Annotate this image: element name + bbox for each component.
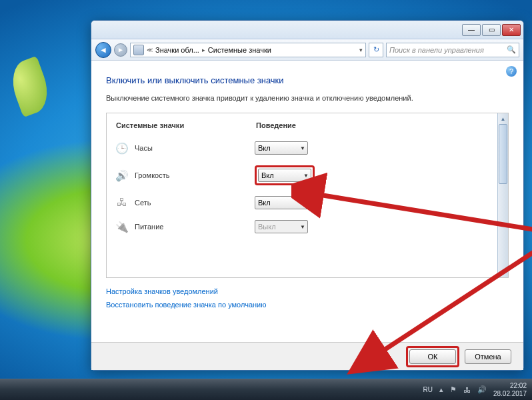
- close-button[interactable]: ✕: [502, 24, 521, 36]
- combo-volume[interactable]: Вкл ▼: [258, 169, 311, 182]
- volume-icon[interactable]: 🔊: [477, 385, 487, 394]
- header-behavior: Поведение: [256, 121, 296, 129]
- ok-button[interactable]: ОК: [409, 349, 456, 364]
- header-systemicons: Системные значки: [116, 121, 256, 129]
- page-description: Выключение системного значка приводит к …: [106, 93, 509, 103]
- network-icon: 🖧: [116, 197, 128, 209]
- highlight-volume: Вкл ▼: [255, 165, 315, 185]
- scrollbar[interactable]: ▲ ▼: [497, 113, 508, 277]
- volume-icon: 🔊: [116, 169, 128, 181]
- minimize-button[interactable]: —: [462, 24, 481, 36]
- tray-chevron-icon[interactable]: ▴: [439, 385, 443, 394]
- network-icon[interactable]: 🖧: [463, 386, 471, 394]
- nav-forward-button[interactable]: ►: [114, 43, 127, 57]
- scroll-thumb[interactable]: [499, 124, 507, 184]
- maximize-button[interactable]: ▭: [482, 24, 501, 36]
- chevron-down-icon: ▼: [300, 224, 305, 230]
- highlight-ok: ОК: [406, 346, 459, 367]
- language-indicator[interactable]: RU: [423, 386, 432, 393]
- breadcrumb-item[interactable]: Значки обл...: [155, 46, 199, 54]
- chevron-down-icon: ▼: [300, 145, 305, 151]
- scroll-down-icon[interactable]: ▼: [498, 267, 508, 277]
- chevron-right-icon: ≪: [147, 47, 153, 53]
- nav-back-button[interactable]: ◄: [95, 42, 111, 58]
- table-header: Системные значки Поведение: [116, 119, 488, 136]
- label-volume: Громкость: [135, 171, 255, 179]
- cursor-icon: ➤: [377, 357, 385, 367]
- label-clock: Часы: [135, 144, 255, 152]
- power-icon: 🔌: [116, 221, 128, 233]
- link-restore[interactable]: Восстановить поведение значка по умолчан…: [106, 301, 509, 309]
- breadcrumb-item[interactable]: Системные значки: [208, 46, 271, 54]
- clock-icon: 🕒: [116, 142, 128, 154]
- row-network: 🖧 Сеть Вкл ▼: [116, 191, 488, 215]
- label-power: Питание: [135, 223, 255, 231]
- breadcrumb[interactable]: ≪ Значки обл... ▸ Системные значки ▾: [130, 43, 366, 57]
- chevron-down-icon: ▼: [303, 173, 309, 179]
- combo-network[interactable]: Вкл ▼: [255, 196, 308, 209]
- row-power: 🔌 Питание Выкл ▼: [116, 215, 488, 239]
- control-panel-window: — ▭ ✕ ◄ ► ≪ Значки обл... ▸ Системные зн…: [91, 20, 524, 371]
- dialog-footer: ОК Отмена ➤: [91, 342, 523, 370]
- content-area: ? Включить или выключить системные значк…: [91, 61, 523, 342]
- search-placeholder: Поиск в панели управления: [389, 46, 484, 54]
- refresh-button[interactable]: ↻: [369, 43, 383, 57]
- titlebar: — ▭ ✕: [91, 21, 523, 39]
- chevron-down-icon[interactable]: ▾: [359, 47, 363, 53]
- navbar: ◄ ► ≪ Значки обл... ▸ Системные значки ▾…: [91, 39, 523, 61]
- icons-panel: Системные значки Поведение 🕒 Часы Вкл ▼ …: [106, 113, 509, 278]
- chevron-right-icon: ▸: [202, 47, 205, 53]
- search-icon: 🔍: [507, 45, 516, 54]
- links-section: Настройка значков уведомлений Восстанови…: [106, 287, 509, 309]
- clock-date: 28.02.2017: [493, 390, 527, 398]
- wallpaper-leaf: [5, 56, 55, 117]
- link-customize[interactable]: Настройка значков уведомлений: [106, 287, 509, 295]
- taskbar-clock[interactable]: 22:02 28.02.2017: [493, 382, 527, 397]
- taskbar[interactable]: RU ▴ ⚑ 🖧 🔊 22:02 28.02.2017: [0, 379, 532, 400]
- search-input[interactable]: Поиск в панели управления 🔍: [386, 43, 519, 57]
- page-title: Включить или выключить системные значки: [106, 75, 509, 85]
- chevron-down-icon: ▼: [300, 200, 305, 206]
- label-network: Сеть: [135, 199, 255, 207]
- combo-power: Выкл ▼: [255, 220, 308, 233]
- row-volume: 🔊 Громкость Вкл ▼: [116, 160, 488, 191]
- scroll-up-icon[interactable]: ▲: [498, 113, 508, 124]
- help-icon[interactable]: ?: [506, 66, 517, 77]
- flag-icon[interactable]: ⚑: [450, 385, 457, 394]
- clock-time: 22:02: [493, 382, 527, 390]
- row-clock: 🕒 Часы Вкл ▼: [116, 136, 488, 160]
- cancel-button[interactable]: Отмена: [465, 349, 511, 364]
- monitor-icon: [133, 45, 144, 55]
- combo-clock[interactable]: Вкл ▼: [255, 141, 308, 155]
